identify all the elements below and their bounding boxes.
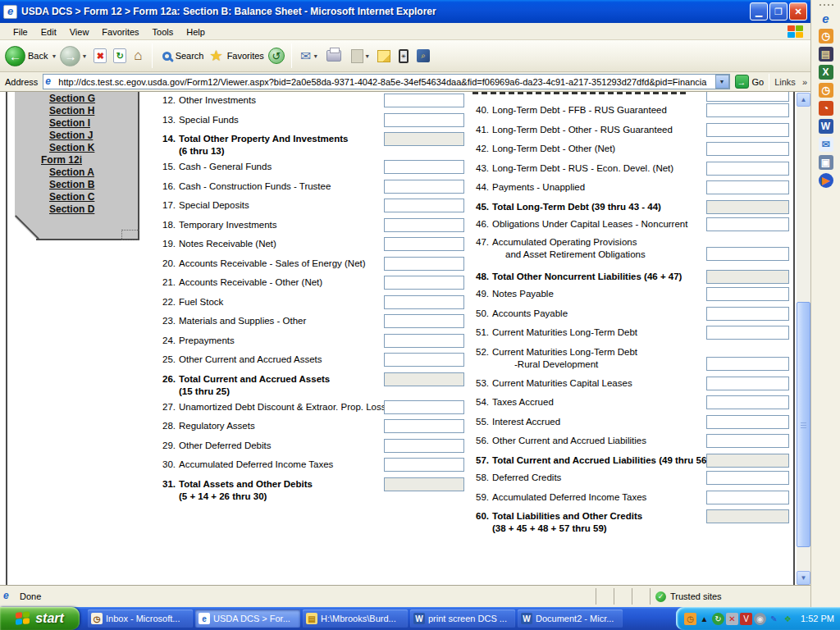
back-button[interactable]: ← Back ▼	[5, 46, 60, 66]
field-input-26[interactable]	[384, 372, 464, 386]
field-input-41[interactable]	[706, 123, 789, 137]
address-book-icon[interactable]: ▤	[819, 47, 833, 62]
taskbar-button[interactable]: Wprint screen DCS ...	[410, 609, 515, 628]
field-input-18[interactable]	[384, 218, 464, 232]
volume-icon[interactable]: ◉	[754, 613, 766, 625]
outlook-express-icon[interactable]: ✉	[819, 137, 833, 152]
field-input-52[interactable]	[706, 357, 789, 371]
print-button[interactable]	[326, 50, 341, 62]
network-disconnected-icon[interactable]: ✕	[726, 613, 738, 625]
field-input-21[interactable]	[384, 276, 464, 290]
field-input-56[interactable]	[706, 434, 789, 448]
outlook-calendar-icon[interactable]: ◷	[819, 83, 833, 98]
field-input-partial[interactable]	[706, 92, 789, 102]
discuss-button[interactable]	[377, 50, 390, 62]
internet-explorer-icon[interactable]: e	[819, 11, 833, 25]
vertical-scrollbar[interactable]: ▲ ▼	[797, 93, 810, 585]
field-input-43[interactable]	[706, 162, 789, 176]
pen-icon[interactable]: ✎	[768, 613, 780, 625]
start-button[interactable]: start	[0, 607, 80, 630]
field-input-45[interactable]	[706, 200, 789, 214]
go-button[interactable]: → Go	[735, 75, 765, 89]
excel-icon[interactable]: X	[819, 65, 833, 80]
field-input-55[interactable]	[706, 415, 789, 429]
field-input-48[interactable]	[706, 270, 789, 284]
field-input-28[interactable]	[384, 419, 464, 433]
field-input-46[interactable]	[706, 217, 789, 231]
minimize-button[interactable]: ▁	[750, 2, 768, 21]
refresh-button[interactable]: ↻	[113, 48, 126, 63]
field-input-42[interactable]	[706, 142, 789, 156]
powerpoint-icon[interactable]: ◔	[819, 101, 833, 116]
address-dropdown-icon[interactable]: ▼	[715, 75, 729, 89]
field-input-16[interactable]	[384, 180, 464, 194]
field-input-29[interactable]	[384, 439, 464, 453]
scroll-down-button[interactable]: ▼	[797, 571, 810, 585]
antivirus-icon[interactable]: ↻	[712, 613, 724, 625]
restore-button[interactable]: ❐	[769, 2, 788, 21]
outlook-reminder-icon[interactable]: ◷	[684, 613, 696, 625]
field-input-17[interactable]	[384, 199, 464, 212]
taskbar-button[interactable]: WDocument2 - Micr...	[518, 609, 623, 628]
field-input-51[interactable]	[706, 326, 789, 340]
field-input-40[interactable]	[706, 103, 789, 117]
field-input-15[interactable]	[384, 160, 464, 174]
menu-item-view[interactable]: View	[63, 25, 96, 39]
stop-button[interactable]: ✖	[94, 48, 107, 63]
sidebar-link-section-h[interactable]: Section H	[49, 105, 94, 116]
my-computer-icon[interactable]: ▣	[819, 155, 833, 170]
sidebar-link-section-c[interactable]: Section C	[49, 191, 94, 203]
favorites-button[interactable]: ★ Favorites	[206, 47, 266, 65]
history-button[interactable]: ↺	[268, 48, 285, 64]
close-button[interactable]: ✕	[789, 2, 807, 21]
sidebar-link-form-12i[interactable]: Form 12i	[41, 154, 82, 166]
word-icon[interactable]: W	[819, 119, 833, 134]
field-input-49[interactable]	[706, 287, 789, 301]
field-input-13[interactable]	[384, 113, 464, 127]
field-input-59[interactable]	[706, 491, 789, 504]
field-input-44[interactable]	[706, 180, 789, 194]
sidebar-link-section-j[interactable]: Section J	[49, 130, 93, 141]
updates-icon[interactable]: ❖	[782, 613, 794, 625]
taskbar-button[interactable]: ▤H:\Mbrooks\Burd...	[303, 609, 408, 628]
menu-item-edit[interactable]: Edit	[34, 25, 63, 39]
menu-item-favorites[interactable]: Favorites	[95, 25, 145, 39]
search-button[interactable]: Search	[158, 51, 207, 61]
field-input-54[interactable]	[706, 395, 789, 409]
field-input-27[interactable]	[384, 400, 464, 414]
field-input-19[interactable]	[384, 237, 464, 251]
field-input-30[interactable]	[384, 458, 464, 472]
mail-dropdown-icon[interactable]: ▼	[313, 53, 318, 59]
address-input[interactable]: e http://dcs.test.sc.egov.usda.gov/Form1…	[43, 74, 729, 89]
shield-v-icon[interactable]: V	[740, 613, 752, 625]
edit-dropdown-icon[interactable]: ▼	[364, 53, 370, 59]
sidebar-link-section-i[interactable]: Section I	[49, 117, 90, 129]
links-label[interactable]: Links	[774, 77, 796, 87]
home-button[interactable]: ⌂	[134, 48, 142, 64]
field-input-57[interactable]	[706, 454, 789, 468]
research-button[interactable]: ⌕	[417, 49, 430, 62]
links-chevron-icon[interactable]: »	[802, 77, 807, 87]
menu-item-help[interactable]: Help	[180, 25, 212, 39]
field-input-14[interactable]	[384, 132, 464, 146]
scroll-up-button[interactable]: ▲	[797, 93, 810, 107]
mail-button[interactable]: ✉ ▼	[297, 48, 322, 64]
messenger-button[interactable]: ✳	[399, 49, 409, 63]
field-input-20[interactable]	[384, 257, 464, 271]
field-input-47[interactable]	[706, 247, 789, 261]
field-input-25[interactable]	[384, 353, 464, 367]
field-input-22[interactable]	[384, 295, 464, 309]
sidebar-link-section-a[interactable]: Section A	[49, 167, 94, 178]
menu-item-tools[interactable]: Tools	[146, 25, 180, 39]
back-dropdown-icon[interactable]: ▼	[51, 53, 57, 59]
field-input-24[interactable]	[384, 334, 464, 348]
alert-triangle-icon[interactable]: ▲	[698, 613, 710, 625]
field-input-50[interactable]	[706, 307, 789, 321]
sidebar-link-section-g[interactable]: Section G	[49, 93, 95, 104]
sidebar-link-section-k[interactable]: Section K	[49, 142, 94, 153]
field-input-60[interactable]	[706, 509, 789, 523]
menu-item-file[interactable]: File	[7, 25, 34, 39]
field-input-23[interactable]	[384, 314, 464, 328]
taskbar-button[interactable]: eUSDA DCS > For...	[195, 609, 300, 628]
field-input-58[interactable]	[706, 471, 789, 485]
